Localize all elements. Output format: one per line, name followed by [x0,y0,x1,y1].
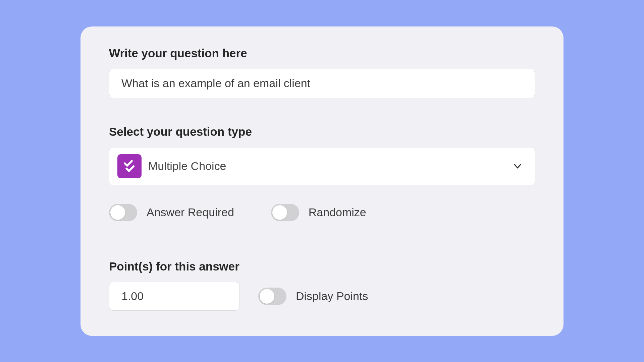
points-input[interactable] [109,282,240,311]
randomize-label: Randomize [309,206,366,219]
randomize-group: Randomize [271,204,366,221]
question-input[interactable] [109,69,535,98]
answer-required-group: Answer Required [109,204,234,221]
chevron-down-icon [513,161,523,171]
answer-required-label: Answer Required [147,206,234,219]
points-label: Point(s) for this answer [109,260,535,273]
question-type-select[interactable]: Multiple Choice [109,147,535,185]
randomize-toggle[interactable] [271,204,299,221]
display-points-toggle[interactable] [258,288,286,305]
type-selected-label: Multiple Choice [148,160,513,173]
display-points-label: Display Points [296,290,368,303]
question-label: Write your question here [109,47,535,60]
display-points-group: Display Points [258,288,368,305]
points-row: Display Points [109,282,535,311]
options-row: Answer Required Randomize [109,204,535,221]
answer-required-toggle[interactable] [109,204,137,221]
question-editor-card: Write your question here Select your que… [80,26,564,336]
multiple-choice-icon [117,154,142,178]
type-label: Select your question type [109,125,535,138]
